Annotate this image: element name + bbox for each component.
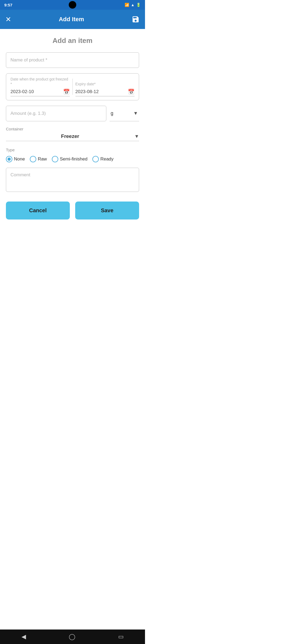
signal-icon: ▲ — [131, 3, 135, 7]
save-icon — [132, 15, 140, 23]
form-content: Add an item Date when the product got fr… — [0, 29, 145, 226]
container-value: Freezer — [6, 133, 134, 139]
product-name-input[interactable] — [6, 52, 139, 68]
unit-dropdown-icon: ▼ — [133, 111, 138, 116]
save-appbar-button[interactable] — [132, 15, 140, 23]
container-select[interactable]: Freezer ▼ — [6, 133, 139, 141]
type-label: Type — [6, 148, 139, 152]
type-section: Type None Raw Semi-finished Ready — [6, 148, 139, 162]
radio-ready[interactable]: Ready — [92, 156, 114, 162]
amount-input[interactable] — [6, 106, 106, 121]
radio-raw-circle — [30, 156, 36, 162]
save-button[interactable]: Save — [75, 202, 139, 219]
date-row-container: Date when the product got freezed * 2023… — [6, 73, 139, 100]
unit-select[interactable]: g ▼ — [110, 106, 139, 121]
radio-none-circle — [6, 156, 12, 162]
close-button[interactable]: ✕ — [5, 15, 11, 24]
wifi-icon: 📶 — [125, 3, 129, 7]
radio-none-label: None — [14, 156, 25, 162]
status-icons: 📶 ▲ 🔋 — [125, 3, 141, 7]
cancel-button[interactable]: Cancel — [6, 202, 70, 219]
battery-icon: 🔋 — [136, 3, 141, 7]
radio-raw[interactable]: Raw — [30, 156, 47, 162]
button-row: Cancel Save — [6, 202, 139, 219]
unit-value: g — [111, 111, 133, 116]
status-bar: 9:57 📶 ▲ 🔋 — [0, 0, 145, 10]
comment-textarea[interactable] — [6, 168, 139, 192]
radio-semi-finished-circle — [52, 156, 58, 162]
radio-semi-finished-label: Semi-finished — [60, 156, 88, 162]
frozen-date-value: 2023-02-10 — [10, 89, 61, 94]
expiry-date-label: Expiry date* — [75, 82, 135, 86]
page-title: Add an item — [6, 36, 139, 45]
app-bar: ✕ Add Item — [0, 10, 145, 29]
container-section: Container Freezer ▼ — [6, 127, 139, 141]
frozen-date-calendar-icon[interactable]: 📅 — [63, 89, 70, 95]
expiry-date-input-row: 2023-08-12 📅 — [75, 89, 135, 96]
container-label: Container — [6, 127, 139, 131]
product-name-field — [6, 52, 139, 68]
frozen-date-field: Date when the product got freezed * 2023… — [10, 77, 70, 96]
expiry-date-calendar-icon[interactable]: 📅 — [128, 89, 135, 95]
radio-raw-label: Raw — [38, 156, 47, 162]
radio-semi-finished[interactable]: Semi-finished — [52, 156, 88, 162]
radio-ready-label: Ready — [100, 156, 114, 162]
expiry-date-value: 2023-08-12 — [75, 89, 126, 94]
radio-ready-circle — [92, 156, 99, 162]
frozen-date-input-row: 2023-02-10 📅 — [10, 89, 70, 96]
date-divider — [73, 79, 73, 95]
status-time: 9:57 — [4, 3, 12, 7]
radio-group: None Raw Semi-finished Ready — [6, 156, 139, 162]
radio-none[interactable]: None — [6, 156, 25, 162]
close-icon: ✕ — [5, 15, 11, 24]
container-dropdown-icon: ▼ — [134, 134, 139, 139]
app-bar-title: Add Item — [59, 16, 84, 23]
camera-notch — [69, 1, 76, 9]
frozen-date-label: Date when the product got freezed * — [10, 77, 70, 86]
expiry-date-field: Expiry date* 2023-08-12 📅 — [75, 82, 135, 96]
comment-field — [6, 168, 139, 193]
amount-row: g ▼ — [6, 106, 139, 121]
